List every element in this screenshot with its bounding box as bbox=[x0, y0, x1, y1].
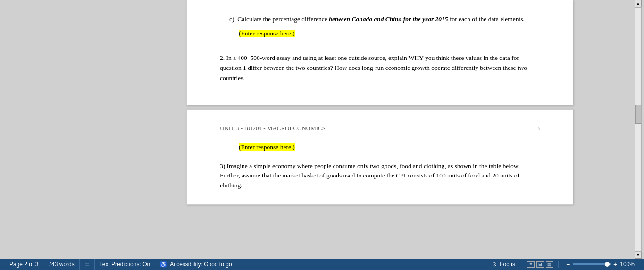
zoom-slider-thumb bbox=[605, 262, 610, 267]
response-placeholder-1: (Enter response here.) bbox=[239, 30, 295, 37]
word-count-text: 743 words bbox=[48, 261, 74, 268]
accessibility-section: ♿ Accessibility: Good to go bbox=[155, 259, 237, 270]
scrollbar-thumb[interactable] bbox=[635, 105, 641, 124]
accessibility-icon: ♿ bbox=[160, 261, 167, 268]
zoom-minus-button[interactable]: − bbox=[565, 261, 571, 268]
word-count-section: 743 words bbox=[43, 259, 79, 270]
page-2-document: c) Calculate the percentage difference b… bbox=[186, 0, 573, 105]
view-icons-section[interactable]: ≡ ⊟ ▤ bbox=[522, 261, 559, 268]
view-icon-3[interactable]: ▤ bbox=[546, 261, 553, 268]
question-2-text: 2. In a 400–500-word essay and using at … bbox=[220, 54, 527, 82]
read-icon-section[interactable]: ☰ bbox=[80, 259, 95, 270]
page-3-number: 3 bbox=[537, 124, 540, 133]
zoom-section[interactable]: − + 100% bbox=[560, 261, 639, 268]
sub-c-label: c) bbox=[229, 16, 234, 23]
sub-c-bold-italic: between Canada and China for the year 20… bbox=[329, 16, 448, 23]
accessibility-text: Accessibility: Good to go bbox=[170, 261, 232, 268]
page-3-document: UNIT 3 - BU204 - MACROECONOMICS 3 (Enter… bbox=[186, 109, 573, 205]
text-predictions-text: Text Predictions: On bbox=[100, 261, 150, 268]
page-info-section: Page 2 of 3 bbox=[5, 259, 43, 270]
page-info-text: Page 2 of 3 bbox=[9, 261, 38, 268]
view-icon-1[interactable]: ≡ bbox=[527, 261, 535, 268]
page-3-header: UNIT 3 - BU204 - MACROECONOMICS 3 bbox=[220, 124, 540, 133]
scrollbar-track[interactable] bbox=[635, 7, 642, 252]
scroll-arrow-up[interactable]: ▲ bbox=[635, 0, 642, 7]
left-gutter bbox=[0, 0, 127, 259]
status-bar: Page 2 of 3 743 words ☰ Text Predictions… bbox=[0, 259, 644, 270]
zoom-slider[interactable] bbox=[573, 263, 611, 265]
sub-question-c: c) Calculate the percentage difference b… bbox=[229, 15, 540, 24]
response-box-1: (Enter response here.) bbox=[239, 29, 540, 38]
focus-section[interactable]: ⊙ Focus bbox=[487, 261, 520, 268]
focus-label: Focus bbox=[500, 261, 515, 268]
question-3: 3) Imagine a simple economy where people… bbox=[220, 161, 540, 190]
question-2: 2. In a 400–500-word essay and using at … bbox=[220, 53, 540, 84]
focus-icon: ⊙ bbox=[492, 261, 497, 268]
question-3-text: 3) Imagine a simple economy where people… bbox=[220, 162, 519, 189]
right-gutter: ▲ ▼ bbox=[632, 0, 644, 259]
right-status: ⊙ Focus ≡ ⊟ ▤ − + 100% bbox=[487, 261, 639, 268]
text-predictions-section: Text Predictions: On bbox=[95, 259, 155, 270]
sub-c-text: Calculate the percentage difference bbox=[237, 16, 329, 23]
response-box-2: (Enter response here.) bbox=[239, 143, 540, 152]
read-mode-icon: ☰ bbox=[84, 261, 90, 268]
content-area[interactable]: c) Calculate the percentage difference b… bbox=[127, 0, 632, 259]
zoom-percent-text: 100% bbox=[620, 261, 635, 268]
page-3-header-left: UNIT 3 - BU204 - MACROECONOMICS bbox=[220, 124, 326, 133]
zoom-plus-button[interactable]: + bbox=[612, 261, 618, 268]
sub-c-text2: for each of the data elements. bbox=[448, 16, 525, 23]
scroll-arrow-down[interactable]: ▼ bbox=[635, 252, 642, 259]
response-placeholder-2: (Enter response here.) bbox=[239, 143, 295, 151]
view-icon-2[interactable]: ⊟ bbox=[536, 261, 544, 268]
main-area: c) Calculate the percentage difference b… bbox=[0, 0, 644, 259]
